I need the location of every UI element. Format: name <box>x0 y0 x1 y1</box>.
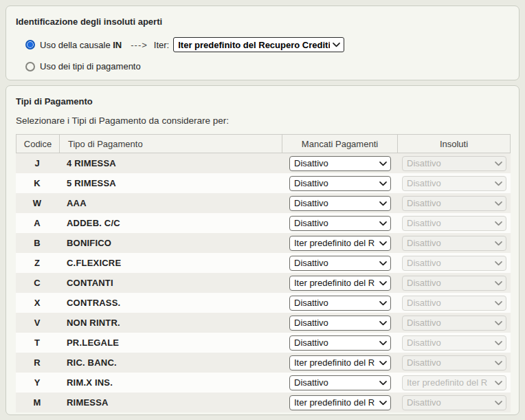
mancati-pagamenti-select[interactable]: Iter predefinito del R <box>289 395 391 410</box>
insoluti-select-box: Disattivo <box>402 176 506 191</box>
radio-uso-tipi-pagamento[interactable] <box>25 62 35 71</box>
insoluti-cell: Disattivo <box>398 276 511 291</box>
payment-name: CONTRASS. <box>58 298 282 308</box>
table-row: T PR.LEGALE Disattivo Disattivo <box>16 333 511 353</box>
payment-code: M <box>16 397 58 408</box>
mancati-pagamenti-select[interactable]: Iter predefinito del R <box>289 355 391 371</box>
table-instructions: Selezionare i Tipi di Pagamento da consi… <box>6 107 519 126</box>
payment-code: Z <box>16 258 58 268</box>
insoluti-select-box: Disattivo <box>402 276 506 291</box>
mancati-pagamenti-cell: Disattivo <box>282 156 398 171</box>
payment-name: 5 RIMESSA <box>58 178 282 188</box>
payment-code: R <box>16 357 58 368</box>
header-mancati-pagamenti: Mancati Pagamenti <box>282 135 397 153</box>
mancati-pagamenti-select[interactable]: Iter predefinito del R <box>289 276 391 291</box>
insoluti-cell: Disattivo <box>398 216 511 231</box>
payment-code: J <box>16 158 58 168</box>
table-body: J 4 RIMESSA Disattivo Disattivo K 5 RIME… <box>16 153 511 412</box>
mancati-pagamenti-select-box: Iter predefinito del R <box>289 276 391 291</box>
insoluti-select: Disattivo <box>402 256 506 271</box>
payment-code: K <box>16 178 58 188</box>
payment-name: 4 RIMESSA <box>58 158 282 168</box>
insoluti-cell: Disattivo <box>398 156 511 171</box>
insoluti-select: Disattivo <box>402 276 506 291</box>
header-tipo-di-pagamento: Tipo di Pagamento <box>59 135 282 153</box>
payment-code: A <box>16 218 58 228</box>
mancati-pagamenti-cell: Disattivo <box>282 296 398 311</box>
insoluti-select-box: Disattivo <box>402 355 506 371</box>
mancati-pagamenti-select-box: Iter predefinito del R <box>289 395 391 410</box>
table-row: W AAA Disattivo Disattivo <box>16 193 511 213</box>
payment-code: T <box>16 338 58 348</box>
mancati-pagamenti-cell: Iter predefinito del R <box>282 355 398 371</box>
mancati-pagamenti-select[interactable]: Disattivo <box>289 296 391 311</box>
payment-name: C.FLEXICRE <box>58 258 282 268</box>
payment-name: AAA <box>58 198 282 208</box>
insoluti-select: Disattivo <box>402 316 506 331</box>
panel-identificazione-insoluti: Identificazione degli insoluti aperti Us… <box>5 5 520 80</box>
panel-title-identificazione: Identificazione degli insoluti aperti <box>6 6 519 27</box>
table-row: V NON RINTR. Disattivo Disattivo <box>16 313 511 333</box>
payment-code: B <box>16 238 58 248</box>
radio-row-tipi: Uso dei tipi di pagamento <box>25 61 519 71</box>
insoluti-cell: Disattivo <box>398 176 511 191</box>
table-row: M RIMESSA Iter predefinito del R Disatti… <box>16 393 511 412</box>
insoluti-select-box: Disattivo <box>402 316 506 331</box>
table-row: A ADDEB. C/C Disattivo Disattivo <box>16 213 511 233</box>
mancati-pagamenti-cell: Disattivo <box>282 216 398 231</box>
iter-label: Iter: <box>154 40 169 50</box>
payment-name: RIM.X INS. <box>58 377 282 388</box>
insoluti-cell: Iter predefinito del R <box>398 375 511 390</box>
payment-code: W <box>16 198 58 208</box>
mancati-pagamenti-select[interactable]: Iter predefinito del R <box>289 236 391 251</box>
mancati-pagamenti-select[interactable]: Disattivo <box>289 316 391 331</box>
mancati-pagamenti-select-box: Iter predefinito del R <box>289 236 391 251</box>
radio-label-uso-causale: Uso della causale IN <box>40 40 122 50</box>
mancati-pagamenti-select[interactable]: Disattivo <box>289 176 391 191</box>
radio-uso-causale-in[interactable] <box>25 40 35 49</box>
mancati-pagamenti-select[interactable]: Disattivo <box>289 196 391 211</box>
mancati-pagamenti-cell: Iter predefinito del R <box>282 236 398 251</box>
iter-select[interactable]: Iter predefinito del Recupero Crediti <box>173 37 344 52</box>
payment-name: PR.LEGALE <box>58 338 282 348</box>
insoluti-cell: Disattivo <box>398 196 511 211</box>
insoluti-select-box: Disattivo <box>402 156 506 171</box>
panel-title-tipi: Tipi di Pagamento <box>6 86 519 107</box>
mancati-pagamenti-select[interactable]: Disattivo <box>289 256 391 271</box>
mancati-pagamenti-select[interactable]: Disattivo <box>289 216 391 231</box>
mancati-pagamenti-cell: Disattivo <box>282 335 398 351</box>
insoluti-select-box: Disattivo <box>402 395 506 410</box>
insoluti-select: Disattivo <box>402 196 506 211</box>
insoluti-cell: Disattivo <box>398 256 511 271</box>
payment-code: X <box>16 298 58 308</box>
table-row: C CONTANTI Iter predefinito del R Disatt… <box>16 273 511 293</box>
mancati-pagamenti-select[interactable]: Disattivo <box>289 375 391 390</box>
mancati-pagamenti-select-box: Disattivo <box>289 156 391 171</box>
insoluti-select: Iter predefinito del R <box>402 375 506 390</box>
mancati-pagamenti-cell: Iter predefinito del R <box>282 395 398 410</box>
mancati-pagamenti-cell: Disattivo <box>282 375 398 390</box>
payment-code: Y <box>16 377 58 388</box>
payment-name: NON RINTR. <box>58 318 282 328</box>
insoluti-cell: Disattivo <box>398 316 511 331</box>
table-row: Y RIM.X INS. Disattivo Iter predefinito … <box>16 373 511 393</box>
mancati-pagamenti-cell: Iter predefinito del R <box>282 276 398 291</box>
mancati-pagamenti-select-box: Disattivo <box>289 375 391 390</box>
panel-tipi-pagamento: Tipi di Pagamento Selezionare i Tipi di … <box>5 85 520 415</box>
insoluti-select: Disattivo <box>402 156 506 171</box>
insoluti-select-box: Disattivo <box>402 296 506 311</box>
mancati-pagamenti-cell: Disattivo <box>282 176 398 191</box>
insoluti-select: Disattivo <box>402 296 506 311</box>
mancati-pagamenti-cell: Disattivo <box>282 196 398 211</box>
mancati-pagamenti-cell: Disattivo <box>282 256 398 271</box>
payment-code: C <box>16 278 58 288</box>
mancati-pagamenti-select-box: Disattivo <box>289 316 391 331</box>
insoluti-select-box: Disattivo <box>402 196 506 211</box>
mancati-pagamenti-select-box: Disattivo <box>289 216 391 231</box>
insoluti-cell: Disattivo <box>398 335 511 351</box>
table-row: R RIC. BANC. Iter predefinito del R Disa… <box>16 353 511 373</box>
mancati-pagamenti-select[interactable]: Disattivo <box>289 156 391 171</box>
table-row: Z C.FLEXICRE Disattivo Disattivo <box>16 253 511 273</box>
mancati-pagamenti-select[interactable]: Disattivo <box>289 335 391 351</box>
header-insoluti: Insoluti <box>397 135 510 153</box>
